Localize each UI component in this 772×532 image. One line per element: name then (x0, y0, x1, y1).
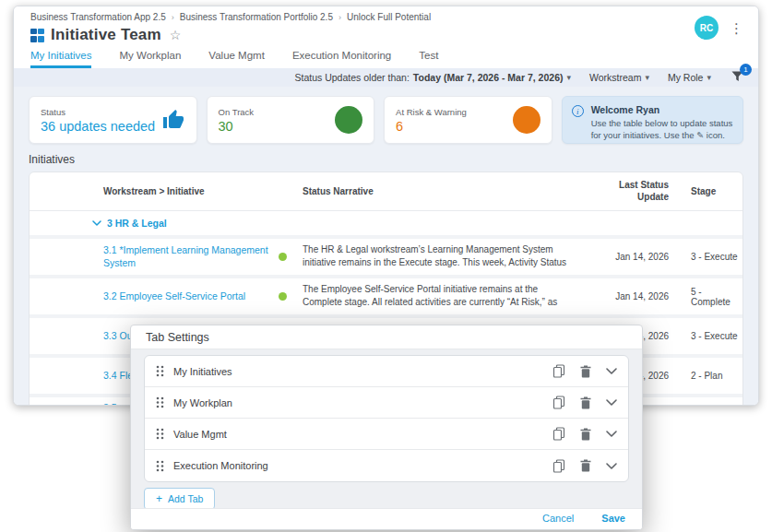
tab-settings-modal: Tab Settings My Initiatives My Workplan (130, 325, 643, 530)
duplicate-icon[interactable] (552, 427, 565, 441)
group-label: 3 HR & Legal (107, 218, 167, 229)
delete-icon[interactable] (580, 365, 591, 378)
column-header-stage: Stage (669, 186, 742, 196)
breadcrumb: Business Transformation App 2.5 › Busine… (30, 12, 742, 22)
tab-item-label: My Workplan (173, 397, 543, 408)
on-track-card-value: 30 (219, 119, 255, 134)
last-status-update: Jan 14, 2026 (586, 252, 669, 262)
drag-handle-icon[interactable] (156, 460, 164, 472)
status-narrative: The Employee Self-Service Portal initiat… (303, 283, 586, 310)
tab-my-initiatives[interactable]: My Initiatives (30, 50, 91, 68)
status-narrative: The HR & Legal workstream’s Learning Man… (303, 243, 586, 270)
tab-list-item[interactable]: My Workplan (145, 387, 628, 419)
table-row[interactable]: 3.1 *Implement Learning Management Syste… (30, 235, 742, 275)
last-status-update: Jan 14, 2026 (586, 291, 669, 301)
initiatives-section-title: Initiatives (29, 153, 743, 166)
chevron-down-icon: ▾ (645, 73, 649, 82)
duplicate-icon[interactable] (552, 459, 565, 473)
avatar[interactable]: RC (695, 16, 719, 40)
at-risk-card-label: At Risk & Warning (396, 107, 467, 117)
breadcrumb-item-app[interactable]: Business Transformation App 2.5 (30, 12, 166, 22)
chevron-down-icon: ▾ (707, 73, 711, 82)
modal-footer: Cancel Save (131, 508, 642, 529)
welcome-body: Use the table below to update status for… (591, 118, 733, 142)
stage-value: 2 - Plan (669, 371, 742, 381)
column-header-last-update: Last Status Update (586, 180, 669, 203)
tab-test[interactable]: Test (419, 50, 438, 68)
breadcrumb-separator: › (338, 13, 341, 22)
app-tabs: My Initiatives My Workplan Value Mgmt Ex… (30, 50, 742, 68)
thumbs-up-icon (161, 109, 185, 131)
at-risk-summary-card[interactable]: At Risk & Warning 6 (384, 96, 552, 144)
stage-value: 3 - Execute (669, 331, 742, 341)
my-role-filter-label: My Role (668, 72, 704, 83)
tab-my-workplan[interactable]: My Workplan (119, 50, 181, 68)
status-summary-card[interactable]: Status 36 updates needed (29, 96, 197, 144)
column-header-narrative: Status Narrative (303, 186, 586, 196)
tab-item-label: My Initiatives (173, 366, 543, 377)
summary-cards: Status 36 updates needed On Track 30 At … (29, 96, 743, 144)
breadcrumb-separator: › (172, 13, 174, 22)
column-header-workstream: Workstream > Initiative (103, 186, 279, 196)
drag-handle-icon[interactable] (156, 365, 164, 377)
app-header: Business Transformation App 2.5 › Busine… (14, 6, 758, 68)
workstream-group-row[interactable]: 3 HR & Legal (30, 211, 742, 235)
filter-count-badge: 1 (740, 64, 752, 76)
on-track-card-label: On Track (219, 107, 255, 117)
cancel-button[interactable]: Cancel (542, 513, 574, 524)
workstream-filter-label: Workstream (589, 72, 641, 83)
chevron-down-icon[interactable] (606, 431, 617, 437)
chevron-down-icon[interactable] (606, 463, 617, 469)
tab-item-label: Execution Monitoring (173, 460, 543, 471)
duplicate-icon[interactable] (552, 396, 565, 409)
drag-handle-icon[interactable] (156, 428, 164, 440)
add-tab-button[interactable]: + Add Tab (144, 488, 215, 508)
status-dot-icon (279, 253, 287, 261)
tab-list-item[interactable]: Execution Monitoring (145, 450, 628, 481)
welcome-title: Welcome Ryan (591, 104, 733, 115)
delete-icon[interactable] (580, 428, 591, 441)
drag-handle-icon[interactable] (156, 396, 164, 408)
status-card-value: 36 updates needed (41, 119, 155, 134)
workstream-filter-dropdown[interactable]: Workstream ▾ (589, 72, 649, 83)
title-row: Initiative Team ☆ (30, 26, 742, 44)
favorite-star-icon[interactable]: ☆ (170, 28, 182, 42)
tab-item-label: Value Mgmt (173, 429, 543, 440)
breadcrumb-item-portfolio[interactable]: Business Transformation Portfolio 2.5 (180, 12, 333, 22)
tab-value-mgmt[interactable]: Value Mgmt (208, 50, 265, 68)
duplicate-icon[interactable] (552, 364, 565, 378)
tab-list-item[interactable]: Value Mgmt (145, 419, 628, 450)
on-track-summary-card[interactable]: On Track 30 (207, 96, 375, 144)
table-header-row: Workstream > Initiative Status Narrative… (30, 172, 742, 211)
status-updates-filter-dropdown[interactable]: Status Updates older than: Today (Mar 7,… (295, 72, 572, 83)
initiative-link[interactable]: 3.1 *Implement Learning Management Syste… (103, 244, 279, 269)
chevron-down-icon[interactable] (606, 368, 617, 374)
tab-list-item[interactable]: My Initiatives (145, 356, 628, 387)
filter-bar: Status Updates older than: Today (Mar 7,… (14, 68, 758, 87)
stage-value: 5 - Complete (669, 287, 742, 307)
filter-funnel-button[interactable]: 1 (731, 71, 743, 84)
status-updates-filter-value: Today (Mar 7, 2026 - Mar 7, 2026) (413, 72, 564, 83)
welcome-info-card: i Welcome Ryan Use the table below to up… (562, 96, 743, 144)
add-tab-label: Add Tab (168, 493, 203, 504)
chevron-down-icon (92, 220, 101, 226)
breadcrumb-item-program[interactable]: Unlock Full Potential (347, 12, 431, 22)
kebab-menu-icon[interactable]: ⋮ (730, 21, 743, 35)
tab-execution-monitoring[interactable]: Execution Monitoring (292, 50, 391, 68)
chevron-down-icon[interactable] (606, 399, 617, 406)
modal-body: My Initiatives My Workplan (131, 349, 642, 508)
table-row[interactable]: 3.2 Employee Self-Service Portal The Emp… (30, 275, 742, 314)
chevron-down-icon: ▾ (566, 73, 571, 82)
delete-icon[interactable] (580, 459, 591, 472)
my-role-filter-dropdown[interactable]: My Role ▾ (668, 72, 711, 83)
header-actions: RC ⋮ (695, 16, 743, 40)
initiative-link[interactable]: 3.2 Employee Self-Service Portal (103, 290, 279, 303)
tab-list: My Initiatives My Workplan (144, 355, 629, 482)
save-button[interactable]: Save (601, 513, 625, 524)
status-updates-filter-label: Status Updates older than: (295, 72, 410, 83)
status-dot-icon (279, 292, 287, 301)
app-logo-icon (30, 29, 44, 42)
delete-icon[interactable] (580, 396, 591, 409)
modal-title: Tab Settings (131, 325, 642, 349)
at-risk-status-circle-icon (513, 106, 540, 134)
